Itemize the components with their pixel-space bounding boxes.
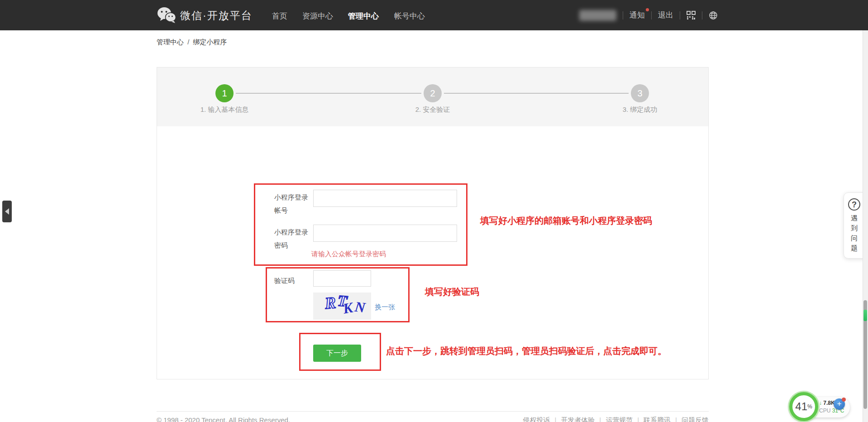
footer-divider (157, 411, 709, 412)
step-2-circle: 2 (424, 84, 442, 102)
divider (623, 11, 623, 19)
copyright-text: © 1998 - 2020 Tencent. All Rights Reserv… (157, 416, 290, 422)
breadcrumb-separator: / (187, 38, 189, 46)
language-globe-icon[interactable] (709, 11, 718, 20)
footer-link-separator: | (599, 416, 601, 422)
battery-percent-gauge[interactable]: 41 % (789, 392, 818, 421)
captcha-char: R (324, 293, 337, 313)
step-3-label: 3. 绑定成功 (586, 106, 694, 114)
breadcrumb: 管理中心 / 绑定小程序 (157, 38, 227, 47)
footer-link-complaint[interactable]: 侵权投诉 (523, 416, 550, 422)
footer-link-developer[interactable]: 开发者体验 (561, 416, 595, 422)
password-input[interactable] (313, 225, 457, 242)
nav-item-management[interactable]: 管理中心 (348, 11, 379, 21)
brand-title: 微信·开放平台 (180, 9, 253, 23)
step-3-circle: 3 (631, 84, 649, 102)
step-1-circle: 1 (215, 84, 234, 102)
notification-badge-dot (646, 8, 649, 11)
nav-item-home[interactable]: 首页 (272, 11, 287, 21)
percent-unit: % (807, 403, 812, 410)
help-panel-char: 题 (848, 243, 860, 253)
footer-link-separator: | (675, 416, 677, 422)
download-arrow-icon: ↓ (819, 400, 822, 406)
notifications-label: 通知 (630, 11, 645, 19)
logout-link[interactable]: 退出 (658, 10, 673, 20)
submit-annotation: 点击下一步，跳转到管理员扫码，管理员扫码验证后，点击完成即可。 (386, 345, 667, 357)
account-label: 小程序登录帐号 (274, 191, 313, 217)
stepper: 1 2 3 1. 输入基本信息 2. 安全验证 3. 绑定成功 (157, 67, 708, 126)
nav-item-account[interactable]: 帐号中心 (394, 11, 425, 21)
username-redacted[interactable] (579, 10, 616, 21)
divider (680, 11, 680, 19)
notifications-link[interactable]: 通知 (630, 10, 645, 20)
password-label: 小程序登录密码 (274, 225, 313, 252)
fields-annotation: 填写好小程序的邮箱账号和小程序登录密码 (480, 215, 652, 227)
next-step-button[interactable]: 下一步 (313, 345, 361, 362)
captcha-char: K (342, 299, 354, 317)
breadcrumb-bind-miniprogram: 绑定小程序 (193, 38, 227, 46)
footer-link-separator: | (637, 416, 639, 422)
cpu-label: CPU (819, 408, 830, 414)
question-mark-icon: ? (848, 198, 860, 211)
footer-link-contact[interactable]: 联系腾讯 (644, 416, 671, 422)
sidebar-collapse-tab[interactable] (2, 201, 12, 222)
divider (651, 11, 652, 19)
captcha-label: 验证码 (274, 274, 301, 287)
bind-miniprogram-card: 1 2 3 1. 输入基本信息 2. 安全验证 3. 绑定成功 小程序登录帐号 … (157, 67, 709, 379)
footer-links: 侵权投诉 | 开发者体验 | 运营规范 | 联系腾讯 | 问题反馈 (523, 416, 709, 422)
captcha-char: N (354, 298, 366, 316)
qr-code-icon[interactable] (687, 11, 696, 20)
footer-link-rules[interactable]: 运营规范 (606, 416, 633, 422)
step-2-label: 2. 安全验证 (378, 106, 487, 114)
percent-value: 41 (795, 400, 807, 413)
step-connector (236, 93, 421, 94)
captcha-image[interactable]: R T K N (313, 293, 371, 320)
captcha-input[interactable] (313, 270, 371, 287)
topbar: 微信·开放平台 首页 资源中心 管理中心 帐号中心 通知 退出 (0, 0, 868, 30)
widget-badge-dot (842, 398, 846, 402)
divider (702, 11, 702, 19)
screen: 微信·开放平台 首页 资源中心 管理中心 帐号中心 通知 退出 (0, 0, 868, 422)
help-panel-char: 遇 (848, 213, 860, 223)
account-input[interactable] (313, 190, 457, 207)
topbar-right: 通知 退出 (579, 0, 718, 30)
footer-link-feedback[interactable]: 问题反馈 (682, 416, 709, 422)
scrollbar-green-marker (863, 310, 867, 321)
password-error-text: 请输入公众帐号登录密码 (311, 250, 386, 259)
step-connector (444, 93, 629, 94)
breadcrumb-management-center[interactable]: 管理中心 (157, 38, 184, 46)
chevron-left-icon (5, 208, 9, 215)
wechat-logo-icon (157, 6, 176, 24)
captcha-refresh-link[interactable]: 换一张 (375, 303, 395, 312)
captcha-annotation: 填写好验证码 (425, 286, 479, 298)
footer-link-separator: | (554, 416, 556, 422)
help-panel-char: 到 (848, 223, 860, 233)
step-1-label: 1. 输入基本信息 (170, 106, 279, 114)
help-panel-char: 问 (848, 233, 860, 243)
nav-item-resources[interactable]: 资源中心 (302, 11, 333, 21)
